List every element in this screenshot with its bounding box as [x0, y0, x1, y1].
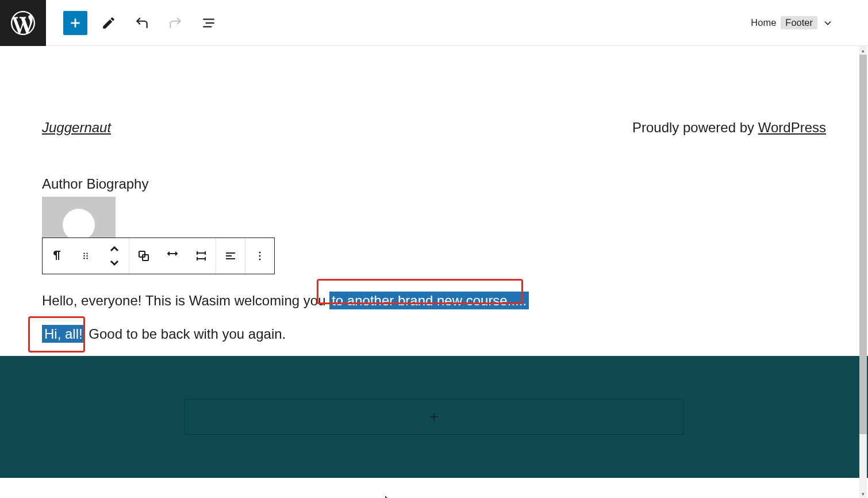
width-button[interactable] [187, 238, 216, 274]
breadcrumb-root: Home [751, 17, 776, 28]
svg-point-10 [86, 258, 88, 259]
svg-point-18 [259, 259, 261, 261]
scroll-thumb[interactable] [859, 55, 867, 434]
author-biography-heading[interactable]: Author Biography [42, 176, 826, 192]
svg-point-16 [259, 252, 261, 254]
toolbar-right-group: Home Footer [751, 16, 868, 29]
wordpress-link[interactable]: WordPress [758, 120, 826, 135]
undo-button[interactable] [130, 11, 154, 35]
chevron-down-icon [107, 256, 121, 270]
svg-point-8 [86, 255, 88, 257]
author-avatar[interactable] [42, 197, 116, 238]
powered-by-text: Proudly powered by WordPress [632, 120, 826, 136]
chevron-down-icon [822, 17, 834, 29]
scroll-down-button[interactable]: ▾ [859, 489, 867, 498]
align-button[interactable] [158, 238, 187, 274]
select-parent-button[interactable] [129, 238, 158, 274]
document-overview-button[interactable] [197, 11, 221, 35]
dark-footer-section[interactable] [0, 356, 868, 478]
edit-tool-button[interactable] [97, 11, 121, 35]
vertical-scrollbar[interactable]: ▴ ▾ [859, 46, 867, 498]
toolbar-left-group [46, 11, 221, 35]
site-title-link[interactable]: Juggernaut [42, 120, 111, 136]
svg-point-9 [83, 258, 85, 259]
plus-icon [427, 410, 441, 424]
svg-point-5 [83, 253, 85, 255]
svg-point-17 [259, 255, 261, 257]
selected-text-2: Hi, all! [42, 325, 85, 343]
drag-handle-button[interactable] [71, 238, 100, 274]
avatar-placeholder-icon [63, 209, 95, 241]
chevron-up-icon [107, 242, 121, 256]
paragraph-2[interactable]: Hi, all! Good to be back with you again. [42, 324, 826, 344]
svg-point-6 [86, 253, 88, 255]
paragraph-block-type-button[interactable] [43, 238, 71, 274]
editor-toolbar: Home Footer [0, 0, 868, 46]
wordpress-logo-button[interactable] [0, 0, 46, 46]
move-up-down-button[interactable] [100, 238, 129, 274]
add-block-placeholder[interactable] [185, 399, 683, 435]
text-align-button[interactable] [216, 238, 245, 274]
editor-canvas[interactable]: Juggernaut Proudly powered by WordPress … [0, 46, 868, 498]
paragraph-1[interactable]: Hello, everyone! This is Wasim welcoming… [42, 290, 826, 311]
breadcrumb-current: Footer [781, 16, 817, 29]
breadcrumb[interactable]: Home Footer [751, 16, 834, 29]
svg-point-7 [83, 255, 85, 257]
block-toolbar [42, 237, 275, 274]
add-block-button[interactable] [63, 11, 87, 35]
footer-row: Juggernaut Proudly powered by WordPress [42, 46, 826, 176]
redo-button [163, 11, 187, 35]
more-options-button[interactable] [245, 238, 274, 274]
selected-text-1: to another brand new course..... [329, 292, 529, 309]
scroll-up-button[interactable]: ▴ [859, 46, 867, 55]
